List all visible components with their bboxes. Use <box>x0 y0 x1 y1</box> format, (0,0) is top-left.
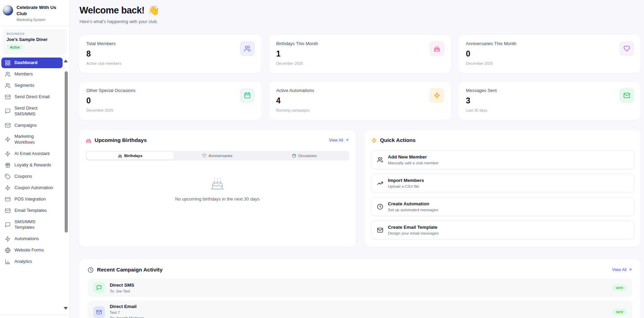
scroll-up-arrow-icon[interactable] <box>64 60 68 62</box>
tag-icon <box>5 174 11 179</box>
sidebar-item-label: Analytics <box>14 259 32 265</box>
zap-icon <box>5 236 11 242</box>
sidebar-item-segments[interactable]: Segments <box>1 80 63 91</box>
action-subtitle: Set up automated messages <box>388 208 438 212</box>
sidebar-item-sms-templates[interactable]: SMS/MMS Templates <box>1 217 63 233</box>
activity-recipient: To: Joseph Medrano <box>110 316 144 318</box>
calendar-icon <box>292 154 296 158</box>
stat-label: Messages Sent <box>466 88 634 93</box>
stat-card-birthdays: Birthdays This Month 1 December 2025 <box>269 35 451 73</box>
stat-label: Total Members <box>86 41 254 46</box>
sidebar-item-loyalty-rewards[interactable]: Loyalty & Rewards <box>1 160 63 171</box>
stat-value: 0 <box>466 49 634 59</box>
sidebar-item-label: Loyalty & Rewards <box>14 162 51 168</box>
stat-sublabel: December 2025 <box>276 61 444 65</box>
sidebar-item-analytics[interactable]: Analytics <box>1 256 63 267</box>
message-square-icon <box>5 108 11 114</box>
sidebar-item-label: Coupons <box>14 174 32 179</box>
sidebar-item-automations[interactable]: Automations <box>1 234 63 244</box>
business-name: Joe's Sample Diner <box>7 37 63 42</box>
sidebar-item-ai-email-assistant[interactable]: AI Email Assistant <box>1 148 63 159</box>
tab-label: Occasions <box>298 154 317 158</box>
birthdays-tab-bar: Birthdays Anniversaries Occasions <box>86 151 349 161</box>
quick-actions-list: Add New Member Manually add a club membe… <box>371 150 635 239</box>
cake-icon <box>429 41 444 56</box>
users-icon <box>240 41 255 56</box>
activity-row-direct-email[interactable]: Direct Email Test 7 To: Joseph Medrano s… <box>88 300 632 318</box>
stat-value: 3 <box>466 96 634 105</box>
create-automation-button[interactable]: Create Automation Set up automated messa… <box>371 197 635 216</box>
activity-subject: Test 7 <box>110 310 144 315</box>
sidebar-item-marketing-workflows[interactable]: Marketing Workflows <box>1 131 63 147</box>
stat-sublabel: December 2025 <box>466 61 634 65</box>
sidebar-nav: Dashboard Members Segments Send Direct E… <box>0 58 69 315</box>
layout-grid-icon <box>5 60 11 66</box>
action-title: Create Automation <box>388 201 438 206</box>
tab-birthdays[interactable]: Birthdays <box>87 152 174 160</box>
action-subtitle: Design your email messages <box>388 231 439 235</box>
sidebar-scrollbar-thumb[interactable] <box>65 71 68 233</box>
sidebar-item-label: AI Email Assistant <box>14 151 50 157</box>
status-badge: sent <box>612 309 627 315</box>
mail-icon <box>5 94 11 100</box>
sidebar-item-send-direct-sms[interactable]: Send Direct SMS/MMS <box>1 103 63 119</box>
clock-icon <box>377 204 383 210</box>
action-title: Add New Member <box>388 154 439 160</box>
import-members-button[interactable]: Import Members Upload a CSV file <box>371 174 635 193</box>
stat-label: Other Special Occasions <box>86 88 254 93</box>
activity-title: Direct Email <box>110 304 144 309</box>
view-all-label: View All <box>329 138 343 143</box>
activity-row-direct-sms[interactable]: Direct SMS To: Joe Test sent <box>88 278 632 297</box>
sidebar-item-coupon-automation[interactable]: Coupon Automation <box>1 183 63 193</box>
sidebar-item-send-direct-email[interactable]: Send Direct Email <box>1 92 63 102</box>
app-header: Celebrate With Us Club Marketing System <box>0 0 69 26</box>
activity-view-all-link[interactable]: View All <box>612 267 632 272</box>
mail-icon <box>5 208 11 214</box>
section-title: Recent Campaign Activity <box>97 267 163 273</box>
birthdays-view-all-link[interactable]: View All <box>329 138 349 143</box>
sidebar-item-pos-integration[interactable]: POS Integration <box>1 194 63 205</box>
zap-icon <box>5 151 11 157</box>
stat-card-total-members: Total Members 8 Active club members <box>79 35 261 73</box>
sidebar-item-campaigns[interactable]: Campaigns <box>1 120 63 131</box>
scroll-down-arrow-icon[interactable] <box>64 307 68 310</box>
sidebar-item-label: Automations <box>14 236 39 242</box>
sidebar-item-label: Dashboard <box>14 60 37 66</box>
activity-title: Direct SMS <box>110 283 134 288</box>
stat-sublabel: Running campaigns <box>276 108 444 112</box>
action-subtitle: Upload a CSV file <box>388 184 424 188</box>
app-logo <box>3 5 13 16</box>
credit-card-icon <box>5 196 11 202</box>
mail-icon <box>93 306 105 318</box>
sidebar-item-label: Send Direct SMS/MMS <box>14 105 47 117</box>
arrow-up-right-icon <box>628 268 632 272</box>
action-title: Import Members <box>388 178 424 183</box>
tab-label: Anniversaries <box>208 154 233 158</box>
stat-label: Anniversaries This Month <box>466 41 634 46</box>
mail-icon <box>377 227 383 233</box>
view-all-label: View All <box>612 267 626 272</box>
create-email-template-button[interactable]: Create Email Template Design your email … <box>371 220 635 239</box>
message-square-icon <box>5 222 11 228</box>
add-new-member-button[interactable]: Add New Member Manually add a club membe… <box>371 150 635 169</box>
sidebar-item-dashboard[interactable]: Dashboard <box>1 58 63 68</box>
sidebar-item-label: Marketing Workflows <box>14 134 42 145</box>
business-status-badge: Active <box>7 44 23 50</box>
sidebar-item-label: Campaigns <box>14 123 37 129</box>
tab-anniversaries[interactable]: Anniversaries <box>174 152 261 160</box>
stat-value: 0 <box>86 96 254 105</box>
calendar-icon <box>240 88 255 103</box>
sidebar-item-website-forms[interactable]: Website Forms <box>1 245 63 256</box>
sidebar-item-email-templates[interactable]: Email Templates <box>1 205 63 216</box>
business-section-label: BUSINESS <box>7 32 63 35</box>
mail-icon <box>5 122 11 128</box>
stat-value: 4 <box>276 96 444 105</box>
trending-up-icon <box>377 180 383 186</box>
tab-occasions[interactable]: Occasions <box>261 152 348 160</box>
activity-recipient: To: Joe Test <box>110 289 134 293</box>
sidebar-item-members[interactable]: Members <box>1 69 63 80</box>
app-title: Celebrate With Us Club <box>17 4 66 17</box>
action-title: Create Email Template <box>388 225 439 230</box>
sidebar-item-coupons[interactable]: Coupons <box>1 171 63 182</box>
tab-label: Birthdays <box>124 154 142 158</box>
